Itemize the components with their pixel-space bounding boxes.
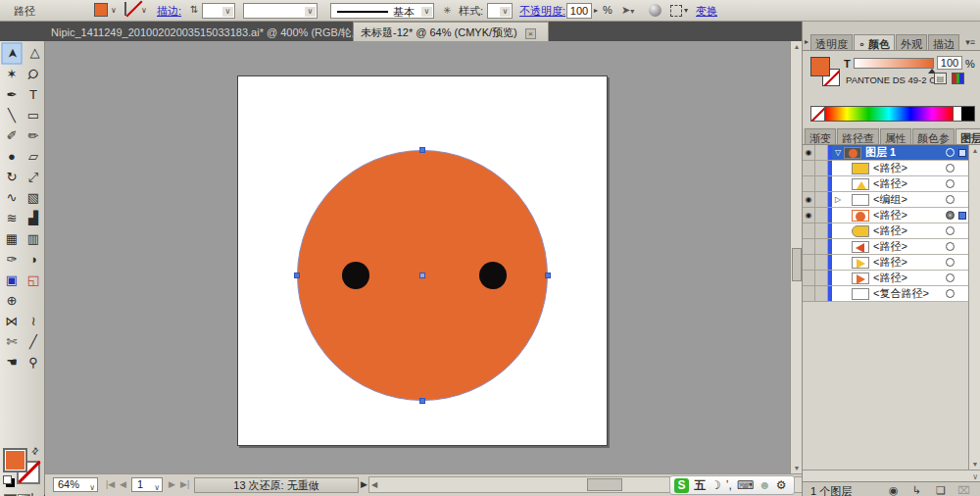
visibility-eye-icon[interactable] — [803, 176, 815, 192]
fill-dropdown-icon[interactable]: ∨ — [111, 6, 117, 15]
live-paint-bucket-tool[interactable]: ▣ — [1, 270, 23, 290]
lock-toggle-cell[interactable] — [815, 239, 828, 255]
knife-tool[interactable]: ╱ — [23, 331, 44, 352]
graph-tool[interactable]: ▟ — [23, 208, 44, 228]
dock-collapse-icon[interactable]: ▸ — [805, 37, 808, 46]
target-circle-icon[interactable] — [946, 273, 955, 282]
lock-toggle-cell[interactable] — [815, 192, 828, 208]
make-clipping-mask-icon[interactable]: ◉ — [889, 484, 899, 496]
panel-tab-bottom-0[interactable]: 渐变 — [805, 128, 836, 144]
visibility-eye-icon[interactable] — [803, 286, 815, 302]
zoom-caret-icon[interactable]: ∨ — [89, 481, 95, 494]
slice-tool[interactable]: ⋈ — [1, 311, 23, 331]
warp-tool[interactable]: ∿ — [1, 187, 23, 208]
target-circle-icon[interactable] — [946, 211, 955, 220]
slice-selection-tool[interactable]: ≀ — [23, 311, 44, 331]
prev-artboard-icon[interactable]: ◀ — [120, 479, 126, 489]
lock-toggle-cell[interactable] — [815, 286, 828, 302]
visibility-eye-icon[interactable] — [803, 255, 815, 271]
layer-name[interactable]: <路径> — [873, 223, 907, 238]
layer-row-content[interactable]: <路径> — [832, 239, 968, 255]
canvas-vertical-scrollbar[interactable]: ▲ ▼ — [790, 41, 802, 473]
target-circle-icon[interactable] — [946, 242, 955, 251]
layer-name[interactable]: <路径> — [873, 176, 907, 191]
layer-row-3[interactable]: ◉▷<编组> — [803, 192, 968, 208]
canvas-area[interactable] — [45, 41, 790, 473]
opacity-input[interactable]: 100 — [566, 3, 592, 19]
target-circle-icon[interactable] — [946, 179, 955, 188]
layer-row-2[interactable]: <路径> — [803, 176, 968, 192]
stroke-weight-dropdown[interactable]: ∨ — [202, 3, 235, 19]
selection-tool[interactable]: ➤ — [2, 43, 23, 65]
panel-tab-bottom-2[interactable]: 属性 — [880, 128, 911, 144]
layer-row-content[interactable]: ▽图层 1 — [832, 145, 968, 161]
spectrum-white-swatch[interactable] — [953, 107, 961, 121]
ime-punctuation-icon[interactable]: ’, — [726, 478, 732, 492]
sogou-logo-icon[interactable]: S — [674, 478, 689, 493]
panel-fill-swatch[interactable] — [810, 57, 830, 76]
artboard-number-dropdown[interactable]: 1 ∨ — [131, 477, 163, 492]
layer-row-content[interactable]: ▷<编组> — [832, 192, 968, 208]
layer-name[interactable]: <路径> — [873, 255, 907, 270]
sphere-icon[interactable] — [649, 4, 662, 17]
visibility-eye-icon[interactable]: ◉ — [803, 208, 815, 223]
fill-color-swatch[interactable] — [94, 3, 108, 17]
scale-tool[interactable]: ⤢ — [23, 167, 44, 187]
dashed-frame-icon[interactable] — [670, 5, 682, 17]
layer-row-7[interactable]: <路径> — [803, 255, 968, 271]
target-circle-icon[interactable] — [946, 289, 955, 298]
rotate-tool[interactable]: ↻ — [1, 167, 23, 187]
layer-row-content[interactable]: <路径> — [832, 208, 968, 223]
stroke-color-swatch[interactable] — [124, 2, 126, 16]
ime-toolbar[interactable]: S 五 ☽ ’, ⌨ ☻ ⚙ — [669, 475, 795, 495]
layer-row-1[interactable]: <路径> — [803, 161, 968, 176]
stroke-dropdown-icon[interactable]: ∨ — [141, 6, 147, 15]
zoom-tool[interactable]: ⚲ — [23, 352, 44, 372]
target-circle-icon[interactable] — [946, 258, 955, 267]
paintbrush-tool[interactable]: ✐ — [1, 125, 23, 146]
scroll-left-icon[interactable]: ◀ — [371, 480, 377, 489]
layer-thumbnail[interactable] — [844, 147, 861, 159]
panel-tab-1[interactable]: ∘ 颜色 — [854, 34, 895, 50]
panel-tab-2[interactable]: 外观 — [896, 34, 927, 50]
document-tab-2[interactable]: 未标题-12* @ 64% (CMYK/预览) × — [353, 22, 549, 41]
lock-toggle-cell[interactable] — [815, 161, 828, 176]
zoom-level-dropdown[interactable]: 64% ∨ — [53, 477, 98, 492]
blend-tool[interactable]: ◑ — [23, 249, 44, 270]
layer-row-content[interactable]: <路径> — [832, 271, 968, 286]
layer-row-8[interactable]: <路径> — [803, 271, 968, 286]
layer-row-4[interactable]: ◉<路径> — [803, 208, 968, 223]
right-eye-shape[interactable] — [479, 262, 507, 289]
graphic-style-dropdown[interactable]: ∨ — [487, 3, 513, 19]
brush-definition-dropdown[interactable]: 基本 ∨ — [330, 3, 434, 19]
layer-thumbnail[interactable] — [852, 273, 869, 284]
layer-thumbnail[interactable] — [852, 288, 869, 300]
first-artboard-icon[interactable]: |◀ — [106, 479, 115, 489]
layer-thumbnail[interactable] — [852, 210, 869, 222]
layer-row-5[interactable]: <路径> — [803, 223, 968, 239]
visibility-eye-icon[interactable] — [803, 271, 815, 286]
line-segment-tool[interactable]: ╲ — [1, 105, 23, 125]
anchor-right[interactable] — [545, 273, 551, 278]
color-spectrum-bar[interactable] — [810, 106, 975, 122]
layer-row-content[interactable]: <复合路径> — [832, 286, 968, 302]
fill-swatch-orange[interactable] — [3, 448, 27, 472]
horizontal-scroll-thumb[interactable] — [587, 478, 622, 491]
select-similar-icon[interactable]: ➤▾ — [621, 4, 634, 17]
visibility-eye-icon[interactable] — [803, 239, 815, 255]
layers-scroll-up-icon[interactable]: ▲ — [969, 147, 980, 154]
expand-triangle-icon[interactable]: ▷ — [832, 195, 844, 204]
mesh-tool[interactable]: ▦ — [1, 228, 23, 249]
spectrum-ramp[interactable] — [825, 107, 953, 121]
lock-toggle-cell[interactable] — [815, 271, 828, 286]
document-tab-1[interactable]: Nipic_1411249_20100202003515033183.ai* @… — [51, 25, 385, 40]
left-eye-shape[interactable] — [342, 262, 369, 289]
target-circle-icon[interactable] — [946, 195, 955, 204]
tint-slider[interactable] — [854, 58, 934, 69]
pencil-tool[interactable]: ✏ — [23, 125, 44, 146]
target-circle-icon[interactable] — [946, 164, 955, 173]
layer-thumbnail[interactable] — [852, 241, 869, 253]
anchor-center[interactable] — [419, 273, 425, 278]
lock-toggle-cell[interactable] — [815, 208, 828, 223]
new-sublayer-icon[interactable]: ↳ — [912, 484, 921, 496]
